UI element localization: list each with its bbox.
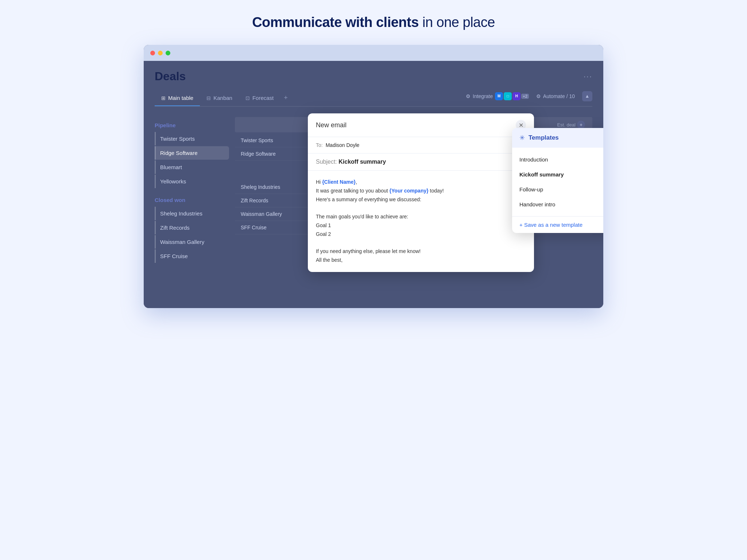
traffic-light-red[interactable] [150,51,155,55]
browser-bar [144,45,603,61]
automate-button[interactable]: ⚙ Automate / 10 [536,93,575,99]
tab-kanban-label: Kanban [213,95,232,101]
integrate-button[interactable]: ⚙ Integrate M □ H +2 [466,92,529,100]
forecast-icon: ⊡ [245,95,250,101]
tab-main-table-label: Main table [168,95,193,101]
to-label: To: [316,142,323,148]
greeting-text: Hi [316,179,322,185]
email-greeting: Hi {Client Name}, [316,178,526,187]
add-tab-button[interactable]: + [280,90,291,106]
integration-badge-sq: □ [504,92,512,100]
templates-panel: ✳ Templates Introduction Kickoff summary [512,128,603,233]
tab-forecast-label: Forecast [252,95,274,101]
headline-bold: Communicate with clients [252,15,419,30]
templates-footer: + Save as a new template [512,216,603,233]
sidebar-item-ridge-software[interactable]: Ridge Software [155,146,229,160]
browser-window: Deals ··· ⊞ Main table ⊟ Kanban ⊡ Foreca… [144,45,603,308]
deals-title: Deals [155,70,186,83]
closed-won-section-label: Closed won [155,197,229,203]
sidebar: Pipeline Twister Sports Ridge Software B… [155,117,235,299]
page-wrapper: Communicate with clients in one place De… [144,15,603,308]
modal-title: New email [316,121,347,129]
goals-header: The main goals you'd like to achieve are… [316,213,526,221]
sidebar-item-twister-sports[interactable]: Twister Sports [155,132,229,145]
headline-normal: in one place [419,15,495,30]
your-company-variable: {Your company} [390,188,429,194]
app-content: Deals ··· ⊞ Main table ⊟ Kanban ⊡ Foreca… [144,61,603,308]
subject-value: Kickoff summary [338,159,386,165]
integrate-label: Integrate [473,93,493,99]
sidebar-item-label: Waissman Gallery [160,239,204,245]
integration-count: +2 [521,94,529,99]
automate-icon: ⚙ [536,93,541,99]
goal-1: Goal 1 [316,221,526,230]
headline: Communicate with clients in one place [144,15,603,30]
sidebar-item-waissman[interactable]: Waissman Gallery [155,235,229,249]
sidebar-item-label: Yelloworks [160,178,186,184]
email-modal: New email ✕ To: Madison Doyle Subject: K… [308,113,534,272]
deals-more-menu[interactable]: ··· [584,72,592,81]
automate-label: Automate / 10 [543,93,575,99]
sidebar-item-sff[interactable]: SFF Cruise [155,249,229,263]
to-value: Madison Doyle [326,142,360,148]
integration-badge-m: M [495,92,503,100]
collapse-button[interactable]: ▲ [582,91,592,101]
main-table-icon: ⊞ [161,95,166,101]
main-layout: Pipeline Twister Sports Ridge Software B… [155,117,592,299]
kanban-icon: ⊟ [206,95,211,101]
email-body-line4: Here's a summary of everything we discus… [316,195,526,204]
template-item-follow-up[interactable]: Follow-up [512,182,603,197]
integration-badge-h: H [512,92,520,100]
template-item-handover-intro[interactable]: Handover intro [512,197,603,212]
traffic-light-green[interactable] [166,51,170,55]
sidebar-item-label: Bluemart [160,164,182,170]
sidebar-item-label: Twister Sports [160,136,195,142]
sidebar-item-yelloworks[interactable]: Yelloworks [155,175,229,188]
templates-header: ✳ Templates [512,128,603,148]
save-template-button[interactable]: + Save as a new template [519,222,603,228]
templates-icon: ✳ [519,134,525,142]
tab-main-table[interactable]: ⊞ Main table [155,91,200,106]
closing-line-1: If you need anything else, please let me… [316,247,526,256]
sidebar-item-bluemart[interactable]: Bluemart [155,160,229,174]
pipeline-section-label: Pipeline [155,122,229,128]
email-to-row: To: Madison Doyle [308,137,534,153]
deals-header: Deals ··· [155,70,592,83]
templates-title: Templates [529,134,559,141]
tab-forecast[interactable]: ⊡ Forecast [239,91,280,106]
template-item-kickoff-summary[interactable]: Kickoff summary [512,167,603,182]
sidebar-item-zift[interactable]: Zift Records [155,221,229,234]
integrate-icon: ⚙ [466,93,471,99]
email-body: Hi {Client Name}, It was great talking t… [308,171,534,272]
tab-actions: ⚙ Integrate M □ H +2 ⚙ Automate / 10 [466,91,592,106]
integration-badges: M □ H +2 [495,92,529,100]
closing-line-2: All the best, [316,256,526,265]
add-column-cell: + [576,121,587,129]
chevron-up-icon: ▲ [585,93,590,99]
sidebar-item-sheleg[interactable]: Sheleg Industries [155,207,229,220]
modal-header: New email ✕ [308,113,534,137]
sidebar-item-label: Sheleg Industries [160,210,202,217]
client-name-variable: {Client Name} [322,179,356,185]
sidebar-item-label: Zift Records [160,225,190,231]
email-body-line2: It was great talking to you about {Your … [316,187,526,195]
tabs-row: ⊞ Main table ⊟ Kanban ⊡ Forecast + ⚙ Int… [155,90,592,107]
add-column-button[interactable]: + [577,121,585,129]
templates-list: Introduction Kickoff summary Follow-up H… [512,148,603,216]
subject-label: Subject: [316,159,338,165]
sidebar-item-label: Ridge Software [160,150,198,156]
template-item-introduction[interactable]: Introduction [512,152,603,167]
sidebar-item-label: SFF Cruise [160,253,188,259]
email-subject-row: Subject: Kickoff summary [308,153,534,171]
table-area: Est. deal + Twister Sports $7,500 Ridge … [235,117,592,299]
traffic-light-yellow[interactable] [158,51,163,55]
goal-2: Goal 2 [316,230,526,239]
tab-kanban[interactable]: ⊟ Kanban [200,91,239,106]
